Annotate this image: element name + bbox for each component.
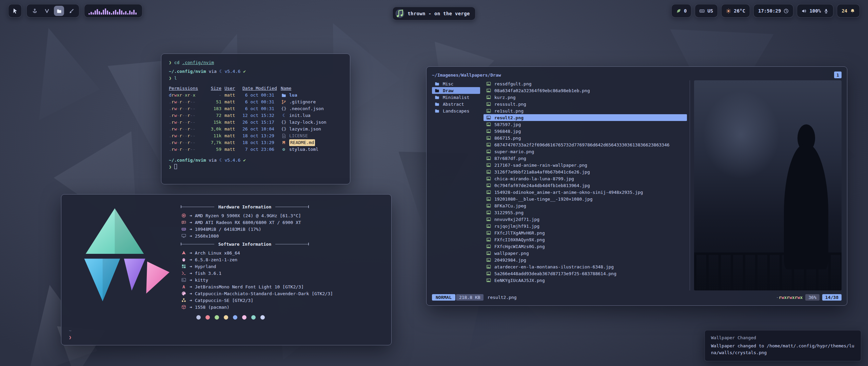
dock-anchor-button[interactable] xyxy=(29,6,40,16)
image-icon xyxy=(486,183,492,188)
dock-paint-button[interactable] xyxy=(66,6,76,16)
file-item[interactable]: 5a266e448add93deab367d87173e9f25-6837886… xyxy=(484,270,687,277)
file-item[interactable]: super-mario.png xyxy=(484,148,687,155)
image-icon xyxy=(486,278,492,283)
theme-icon xyxy=(181,291,187,296)
fetch-row-memory: ➔10948MiB / 64183MiB (17%) xyxy=(181,226,384,232)
tray-weather-value: 26°C xyxy=(734,8,745,14)
file-item[interactable]: chica-mirando-la-luna-8799.jpg xyxy=(484,175,687,182)
dock-files-button[interactable] xyxy=(54,6,64,16)
tray-clock[interactable]: 17:50:29 xyxy=(753,4,793,18)
tray-keyboard-layout[interactable]: US xyxy=(695,4,718,18)
file-item[interactable]: 154928-odinokoe_anime-art-anime-okno-sin… xyxy=(484,189,687,196)
arrow-icon: ➔ xyxy=(190,305,192,310)
fetch-row-resolution: ➔868x366 xyxy=(181,232,384,239)
visualizer-bar xyxy=(109,12,110,15)
file-item[interactable]: 217167-sad-anime-rain-wallpaper.png xyxy=(484,162,687,168)
file-item[interactable]: wallpaper.png xyxy=(484,250,687,257)
tray-volume[interactable]: 100% xyxy=(797,4,833,18)
palette-dot xyxy=(205,315,210,320)
file-item[interactable]: resssult.png xyxy=(484,101,687,107)
file-item[interactable]: kurz.png xyxy=(484,94,687,101)
visualizer-bar xyxy=(107,11,108,15)
sidebar-item-draw[interactable]: Draw xyxy=(432,87,480,94)
file-item[interactable]: FXfcJlTXgAMvH6R.png xyxy=(484,229,687,236)
file-item[interactable]: ressdfgult.png xyxy=(484,80,687,87)
arrow-icon: ➔ xyxy=(190,250,192,256)
tray-keyboard-layout-value: US xyxy=(707,8,713,14)
visualizer-bar xyxy=(105,8,106,15)
listing-row: .rw-r--r--183matt 6 oct 00:31{}.neoconf.… xyxy=(169,105,342,112)
listing-row: .rw-r--r--3,0kmatt26 oct 10:04{}lazyvim.… xyxy=(169,126,342,133)
arrow-icon: ➔ xyxy=(190,291,192,296)
sidebar-item-landscapes[interactable]: Landscapes xyxy=(432,107,480,114)
cursor-icon xyxy=(12,8,18,14)
tray-notifications[interactable]: 24 xyxy=(837,4,860,18)
image-icon xyxy=(486,176,492,181)
file-item[interactable]: 3126f7e9bbf21a8a4af0b67b041c6e26.jpg xyxy=(484,168,687,175)
tab-badge[interactable]: 1 xyxy=(834,72,842,78)
arrow-icon: ➔ xyxy=(190,284,192,289)
file-item[interactable]: 3122955.png xyxy=(484,209,687,216)
terminal-window[interactable]: ❯ cd .config/nvim ~/.config/nvim via ☾ v… xyxy=(161,54,350,184)
keyboard-icon xyxy=(699,8,705,14)
file-item[interactable]: FXfcII0X0AQyn9X.png xyxy=(484,236,687,243)
fetch-row-font: A➔JetBrainsMono Nerd Font Light 10 [GTK2… xyxy=(181,283,384,290)
sidebar-item-minimalist[interactable]: Minimalist xyxy=(432,94,480,101)
file-item[interactable]: 587597.jpg xyxy=(484,121,687,128)
media-player-pill[interactable]: thrown - on the verge xyxy=(392,7,475,20)
folder-icon xyxy=(281,93,287,98)
file-permissions: -rwxrwxrwx xyxy=(776,295,803,300)
file-item[interactable]: 866715.png xyxy=(484,135,687,141)
fetch-window[interactable]: Hardware Information➔AMD Ryzen 9 5900X (… xyxy=(61,194,392,345)
paint-icon xyxy=(69,8,74,14)
anchor-icon xyxy=(32,8,37,14)
listing-row: .rw-r--r--11kmatt18 oct 13:29LICENSE xyxy=(169,133,342,139)
gpu-icon xyxy=(181,220,187,225)
fetch-row-os: ➔Arch Linux x86_64 xyxy=(181,249,384,256)
visualizer-bar xyxy=(88,13,90,15)
visualizer-bar xyxy=(129,11,131,15)
sidebar-item-abstract[interactable]: Abstract xyxy=(432,101,480,107)
folder-sidebar: MiscDrawMinimalistAbstractLandscapes xyxy=(432,80,480,290)
file-item[interactable]: re1sult.png xyxy=(484,107,687,114)
notification-popup[interactable]: Wallpaper Changed Wallpaper changed to /… xyxy=(705,330,861,361)
file-item[interactable]: 19201080-__blue-tinge__-1920×1080.jpg xyxy=(484,196,687,202)
tray-weather[interactable]: 26°C xyxy=(721,4,750,18)
iconsico-icon xyxy=(181,298,187,303)
launcher-button[interactable] xyxy=(8,4,22,18)
image-icon xyxy=(486,136,492,140)
prompt-status-line: ~/.config/nvim via ☾ v5.4.6 ✔ xyxy=(169,68,342,75)
image-icon xyxy=(486,122,492,127)
file-item[interactable]: 8FKa7Cu.jpeg xyxy=(484,202,687,209)
file-manager-window[interactable]: ~/Imagenes/Wallpapers/Draw 1 MiscDrawMin… xyxy=(426,66,847,306)
system-tray: 0US26°C17:50:29100%24 xyxy=(671,4,860,18)
file-item[interactable]: 596848.jpg xyxy=(484,128,687,135)
file-item[interactable]: 08a634fa02a32364f69ebc86a98eb1eb.png xyxy=(484,87,687,94)
fetch-shell-prompt[interactable]: ~ ❯ xyxy=(69,327,72,341)
shell-prompt[interactable]: ❯ xyxy=(169,164,342,170)
file-item[interactable]: atardecer-en-la-montanas-ilustracion-634… xyxy=(484,263,687,270)
file-item[interactable]: 20492984.jpg xyxy=(484,257,687,263)
arrow-icon: ➔ xyxy=(190,220,192,225)
dock-vector-button[interactable] xyxy=(42,6,52,16)
file-item[interactable]: 87r687df.png xyxy=(484,155,687,162)
image-icon xyxy=(486,217,492,222)
visualizer-bar xyxy=(127,13,129,15)
pane-divider xyxy=(690,80,690,290)
file-item[interactable]: FXfcHgcWIAMzs0G.png xyxy=(484,243,687,250)
file-item[interactable]: EeNKYgIUcAAJ5JX.png xyxy=(484,277,687,284)
file-item[interactable]: nnvuv0xj2df71.jpg xyxy=(484,216,687,223)
file-item[interactable]: result2.png xyxy=(484,114,687,121)
file-item[interactable]: rsjqojlmjhf91.jpg xyxy=(484,223,687,229)
file-item[interactable]: 68747470733a2f2f696d616765732d7769786d64… xyxy=(484,141,687,148)
folder-icon xyxy=(434,108,440,113)
notification-title: Wallpaper Changed xyxy=(711,335,855,340)
image-icon xyxy=(486,271,492,276)
sidebar-item-misc[interactable]: Misc xyxy=(432,80,480,87)
palette-dot xyxy=(224,315,228,320)
tray-volume-value: 100% xyxy=(809,8,821,14)
file-item[interactable]: 0c794faf07de24a4db4d4fb1eb813964.jpg xyxy=(484,182,687,189)
tray-updates[interactable]: 0 xyxy=(671,4,691,18)
fetch-row-shell: ➔fish 3.6.1 xyxy=(181,270,384,277)
